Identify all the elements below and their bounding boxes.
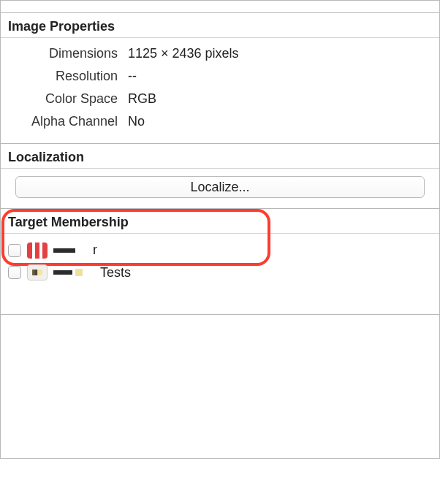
target-checkbox[interactable] [8, 266, 21, 279]
target-membership-header: Target Membership [1, 209, 439, 233]
image-properties-body: Dimensions 1125 × 2436 pixels Resolution… [1, 38, 439, 143]
prop-value: -- [128, 69, 137, 84]
tests-icon [27, 264, 48, 280]
localization-body: Localize... [1, 169, 439, 208]
prop-label: Resolution [8, 69, 128, 84]
prop-row-dimensions: Dimensions 1125 × 2436 pixels [8, 42, 432, 65]
prop-label: Alpha Channel [8, 114, 128, 129]
target-row-app [8, 240, 432, 261]
prop-value: 1125 × 2436 pixels [128, 46, 239, 61]
image-properties-section: Image Properties Dimensions 1125 × 2436 … [0, 13, 440, 143]
prop-row-color-space: Color Space RGB [8, 88, 432, 110]
prop-label: Color Space [8, 91, 128, 107]
target-label: Tests [100, 265, 131, 280]
localization-header: Localization [1, 144, 439, 168]
target-checkbox[interactable] [8, 244, 21, 257]
prop-label: Dimensions [8, 46, 128, 61]
target-label-obscured [53, 244, 97, 257]
target-membership-section: Target Membership Tests [0, 209, 440, 314]
prop-row-resolution: Resolution -- [8, 65, 432, 88]
top-spacer [0, 0, 440, 13]
target-membership-body: Tests [1, 234, 439, 314]
localization-section: Localization Localize... [0, 144, 440, 208]
prop-value: RGB [128, 91, 156, 107]
prop-row-alpha-channel: Alpha Channel No [8, 110, 432, 133]
prop-value: No [128, 114, 145, 129]
target-label-obscured [53, 266, 94, 279]
empty-panel-area [0, 314, 440, 459]
target-row-tests: Tests [8, 261, 432, 283]
app-icon [27, 243, 48, 259]
localize-button[interactable]: Localize... [15, 176, 425, 198]
image-properties-header: Image Properties [1, 13, 439, 37]
